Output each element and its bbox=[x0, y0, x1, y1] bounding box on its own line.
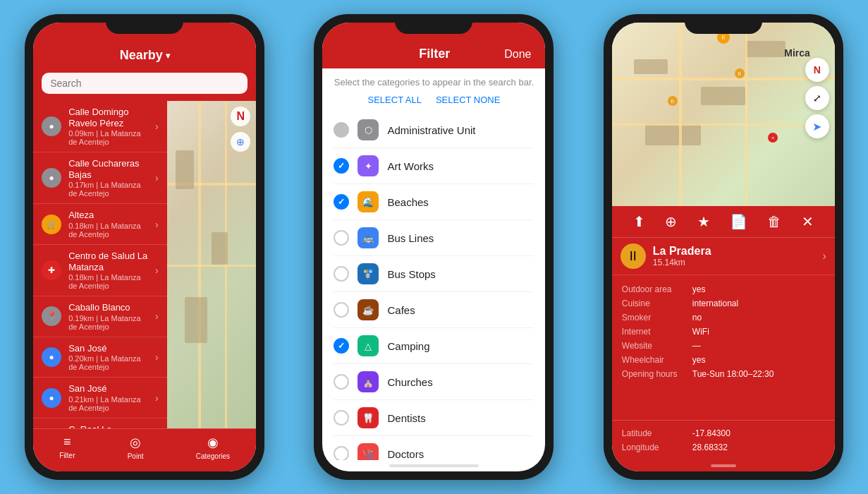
list-item[interactable]: 🛒 Alteza 0.18km | La Matanza de Acentejo… bbox=[33, 204, 167, 245]
filter-category-item[interactable]: 🦷 Dentists bbox=[334, 400, 534, 436]
place-icon: II bbox=[621, 243, 646, 269]
list-item[interactable]: ● C. Real La Matanza Alta Nº 99 0.22km |… bbox=[33, 418, 167, 428]
filter-category-item[interactable]: ✦ Art Works bbox=[334, 148, 534, 184]
filter-category-item[interactable]: 🩺 Doctors bbox=[334, 436, 534, 460]
filter-category-item[interactable]: ☕ Cafes bbox=[334, 292, 534, 328]
filter-category-item[interactable]: ⬡ Administrative Unit bbox=[334, 112, 534, 148]
category-checkbox[interactable] bbox=[334, 302, 349, 318]
category-label: Administrative Unit bbox=[387, 124, 534, 136]
detail-val: — bbox=[692, 341, 825, 351]
detail-map: Mirca II N ⤢ ➤ II II + bbox=[612, 23, 835, 206]
category-checkbox[interactable] bbox=[334, 446, 349, 460]
item-name: San José bbox=[68, 383, 148, 394]
detail-key: Internet bbox=[622, 327, 692, 337]
category-icon: 🚌 bbox=[357, 227, 379, 248]
item-icon: ● bbox=[42, 347, 61, 367]
select-none-button[interactable]: SELECT NONE bbox=[436, 95, 501, 105]
detail-panel: ⬆ ⊕ ★ 📄 🗑 ✕ II La Pradera 15.14km › Outd… bbox=[612, 206, 835, 471]
recenter-icon[interactable]: ⊕ bbox=[231, 132, 250, 152]
detail-key: Wheelchair bbox=[622, 355, 692, 365]
share-icon[interactable]: ⬆ bbox=[633, 213, 645, 230]
tab-categories[interactable]: ◉ Categories bbox=[196, 435, 230, 460]
filter-category-item[interactable]: ⛪ Churches bbox=[334, 364, 534, 400]
chevron-down-icon[interactable]: ▾ bbox=[166, 51, 170, 61]
detail-key: Cuisine bbox=[622, 299, 692, 308]
filter-category-item[interactable]: 🚏 Bus Stops bbox=[334, 256, 534, 292]
list-item[interactable]: 📍 Caballo Blanco 0.19km | La Matanza de … bbox=[33, 296, 167, 337]
compass-icon[interactable]: N bbox=[231, 107, 250, 126]
star-icon[interactable]: ★ bbox=[697, 213, 710, 230]
category-label: Bus Stops bbox=[387, 268, 534, 280]
list-item[interactable]: ● Calle Domingo Ravelo Pérez 0.09km | La… bbox=[33, 101, 167, 152]
tab-point[interactable]: ◎ Point bbox=[128, 435, 144, 460]
category-checkbox[interactable] bbox=[334, 230, 349, 246]
document-icon[interactable]: 📄 bbox=[730, 213, 747, 230]
detail-val: no bbox=[692, 313, 825, 323]
category-checkbox[interactable] bbox=[334, 374, 349, 390]
target-icon[interactable]: ⊕ bbox=[665, 213, 677, 230]
item-icon: ● bbox=[42, 168, 61, 188]
list-item[interactable]: ● Calle Cuchareras Bajas 0.17km | La Mat… bbox=[33, 152, 167, 204]
category-icon: 🩺 bbox=[357, 443, 379, 460]
done-button[interactable]: Done bbox=[504, 48, 531, 61]
trash-icon[interactable]: 🗑 bbox=[767, 214, 781, 230]
coords-section: Latitude-17.84300Longitude28.68332 bbox=[612, 420, 835, 460]
filter-category-item[interactable]: 🚌 Bus Lines bbox=[334, 220, 534, 256]
tab-filter[interactable]: ≡ Filter bbox=[59, 435, 75, 460]
detail-row: Wheelchairyes bbox=[622, 353, 825, 367]
place-header: II La Pradera 15.14km › bbox=[612, 238, 835, 275]
category-label: Beaches bbox=[387, 196, 534, 208]
category-checkbox[interactable] bbox=[334, 194, 349, 210]
tab-filter-label: Filter bbox=[59, 452, 75, 459]
item-icon: ● bbox=[42, 116, 61, 136]
map-controls: N ⤢ ➤ bbox=[805, 58, 829, 138]
category-checkbox[interactable] bbox=[334, 410, 349, 426]
list-item[interactable]: ✚ Centro de Salud La Matanza 0.18km | La… bbox=[33, 245, 167, 296]
list-item[interactable]: ● San José 0.21km | La Matanza de Acente… bbox=[33, 378, 167, 418]
item-name: Centro de Salud La Matanza bbox=[68, 251, 148, 272]
coord-row: Longitude28.68332 bbox=[622, 440, 825, 454]
detail-val: Tue-Sun 18:00–22:30 bbox=[692, 369, 825, 379]
search-input[interactable] bbox=[42, 73, 247, 94]
category-label: Bus Lines bbox=[387, 232, 534, 244]
detail-row: Smokerno bbox=[622, 311, 825, 325]
bottom-tab-bar: ≡ Filter ◎ Point ◉ Categories bbox=[33, 428, 256, 471]
filter-category-item[interactable]: 🌊 Beaches bbox=[334, 184, 534, 220]
filter-category-item[interactable]: △ Camping bbox=[334, 328, 534, 364]
chevron-right-icon: › bbox=[155, 121, 159, 132]
compass-icon[interactable]: N bbox=[805, 58, 829, 82]
phone-detail: Mirca II N ⤢ ➤ II II + ⬆ ⊕ ★ 📄 bbox=[604, 14, 843, 480]
category-checkbox[interactable] bbox=[334, 338, 349, 354]
fullscreen-icon[interactable]: ⤢ bbox=[805, 86, 829, 110]
list-item[interactable]: ● San José 0.20km | La Matanza de Acente… bbox=[33, 337, 167, 378]
item-sub: 0.21km | La Matanza de Acentejo bbox=[68, 395, 148, 412]
category-checkbox[interactable] bbox=[334, 266, 349, 282]
coord-row: Latitude-17.84300 bbox=[622, 426, 825, 440]
category-checkbox[interactable] bbox=[334, 122, 349, 138]
detail-row: Cuisineinternational bbox=[622, 296, 825, 311]
select-all-button[interactable]: SELECT ALL bbox=[368, 95, 422, 105]
close-icon[interactable]: ✕ bbox=[802, 213, 814, 230]
item-name: Calle Domingo Ravelo Pérez bbox=[68, 107, 148, 128]
item-sub: 0.18km | La Matanza de Acentejo bbox=[68, 273, 148, 290]
item-name: San José bbox=[68, 343, 148, 354]
category-icon: ☕ bbox=[357, 299, 379, 320]
detail-row: Website— bbox=[622, 339, 825, 353]
category-icon: 🚏 bbox=[357, 263, 379, 284]
item-name: Calle Cuchareras Bajas bbox=[68, 158, 148, 180]
item-text: Caballo Blanco 0.19km | La Matanza de Ac… bbox=[68, 302, 148, 331]
item-name: Alteza bbox=[68, 210, 148, 221]
item-text: Centro de Salud La Matanza 0.18km | La M… bbox=[68, 251, 148, 290]
category-checkbox[interactable] bbox=[334, 158, 349, 174]
location-icon[interactable]: ➤ bbox=[805, 114, 829, 138]
coord-val: -17.84300 bbox=[692, 428, 825, 438]
drag-handle[interactable] bbox=[612, 460, 835, 471]
category-label: Camping bbox=[387, 340, 534, 352]
item-text: San José 0.20km | La Matanza de Acentejo bbox=[68, 343, 148, 372]
chevron-right-icon[interactable]: › bbox=[822, 250, 826, 263]
item-text: San José 0.21km | La Matanza de Acentejo bbox=[68, 383, 148, 412]
phone-filter: Filter Done Select the categories to app… bbox=[314, 14, 554, 480]
item-icon: 🛒 bbox=[42, 215, 61, 234]
point-icon: ◎ bbox=[130, 435, 141, 450]
chevron-right-icon: › bbox=[155, 311, 159, 322]
